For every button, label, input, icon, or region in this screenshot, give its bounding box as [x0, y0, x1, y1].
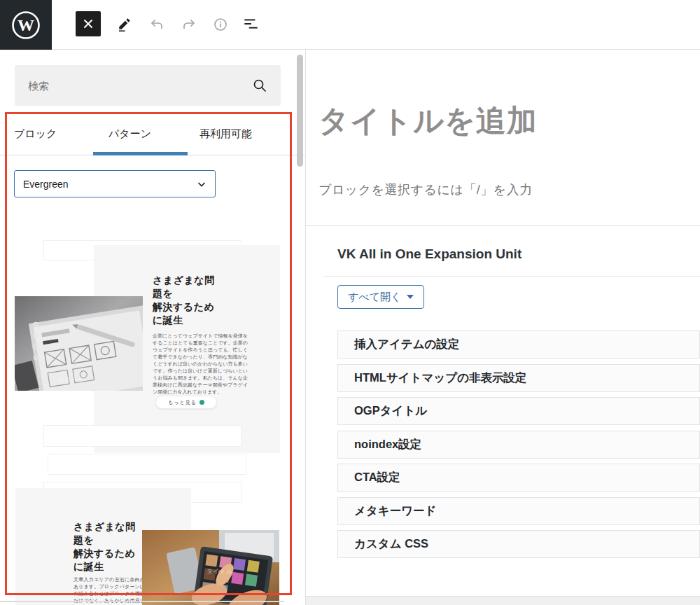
close-icon	[83, 18, 94, 29]
pattern1-decor-box2	[43, 425, 241, 447]
pattern-category-select[interactable]: Evergreen	[14, 170, 216, 197]
section-ogp-title[interactable]: OGPタイトル	[337, 397, 700, 425]
sidebar-bottom-divider	[0, 601, 284, 602]
sidebar-scrollbar[interactable]	[297, 55, 303, 167]
editor-canvas: タイトルを追加 ブロックを選択するには「/」を入力 VK All in One …	[306, 50, 700, 605]
metabox-top-divider	[306, 225, 700, 226]
search-input[interactable]	[15, 80, 251, 92]
pattern1-preview-image: タイトル	[15, 296, 143, 391]
svg-text:タイトル: タイトル	[58, 376, 84, 383]
info-icon	[212, 16, 229, 33]
section-cta[interactable]: CTA設定	[337, 464, 700, 492]
post-title-placeholder[interactable]: タイトルを追加	[318, 103, 538, 139]
tab-blocks[interactable]: ブロック	[14, 127, 57, 141]
tab-patterns[interactable]: パターン	[108, 127, 151, 141]
metabox-section-list: 挿入アイテムの設定 HTMLサイトマップの非表示設定 OGPタイトル noind…	[337, 331, 700, 558]
metabox-title-rule	[323, 276, 700, 277]
section-html-sitemap[interactable]: HTMLサイトマップの非表示設定	[337, 364, 700, 392]
section-custom-css[interactable]: カスタム CSS	[337, 530, 700, 558]
list-view-button[interactable]	[241, 15, 261, 34]
redo-arrow-icon	[181, 16, 197, 33]
pattern-search-box[interactable]	[15, 65, 281, 106]
active-tab-indicator	[93, 152, 188, 155]
caret-down-icon	[407, 295, 414, 299]
pattern1-decor-box3	[48, 454, 246, 475]
editor-toolbar: W	[0, 0, 700, 50]
close-inserter-button[interactable]	[76, 11, 101, 36]
open-all-button[interactable]: すべて開く	[337, 285, 424, 309]
inserter-sidebar: ブロック パターン 再利用可能 Evergreen	[0, 50, 306, 605]
arrow-circle-icon	[200, 400, 204, 405]
pattern-category-value: Evergreen	[23, 179, 69, 190]
wordpress-logo[interactable]: W	[0, 0, 52, 50]
pattern1-body-text: 企業にとってウェブサイトで情報を発信をすることはとても重要なことです。企業のウェ…	[153, 333, 248, 396]
list-view-icon	[242, 15, 260, 34]
inserter-tabs: ブロック パターン 再利用可能	[0, 116, 306, 155]
open-all-label: すべて開く	[348, 291, 401, 304]
section-meta-keywords[interactable]: メタキーワード	[337, 497, 700, 525]
wordpress-block-editor: W	[0, 0, 700, 605]
more-button-label: もっと見る	[168, 399, 197, 406]
block-appender-hint[interactable]: ブロックを選択するには「/」を入力	[318, 181, 533, 198]
svg-text:タイトル: タイトル	[206, 568, 232, 575]
pencil-icon	[116, 16, 133, 33]
section-noindex[interactable]: noindex設定	[337, 431, 700, 459]
chevron-down-icon	[197, 179, 206, 189]
search-icon	[251, 77, 268, 94]
pattern1-more-button: もっと見る	[155, 396, 217, 409]
content-bottom-background	[306, 596, 700, 605]
details-button[interactable]	[211, 15, 230, 34]
undo-arrow-icon	[148, 16, 165, 33]
edit-mode-button[interactable]	[115, 15, 134, 34]
pattern1-heading: さまざまな問 題を 解決するため に誕生	[153, 274, 251, 327]
svg-text:W: W	[18, 16, 34, 34]
metabox-title: VK All in One Expansion Unit	[337, 246, 522, 262]
wordpress-logo-icon: W	[11, 11, 41, 40]
pattern2-preview-image: タイトル	[142, 530, 279, 605]
tab-reusable[interactable]: 再利用可能	[200, 127, 252, 141]
redo-button[interactable]	[179, 15, 199, 34]
undo-button[interactable]	[147, 15, 167, 34]
section-insert-items[interactable]: 挿入アイテムの設定	[337, 331, 700, 359]
